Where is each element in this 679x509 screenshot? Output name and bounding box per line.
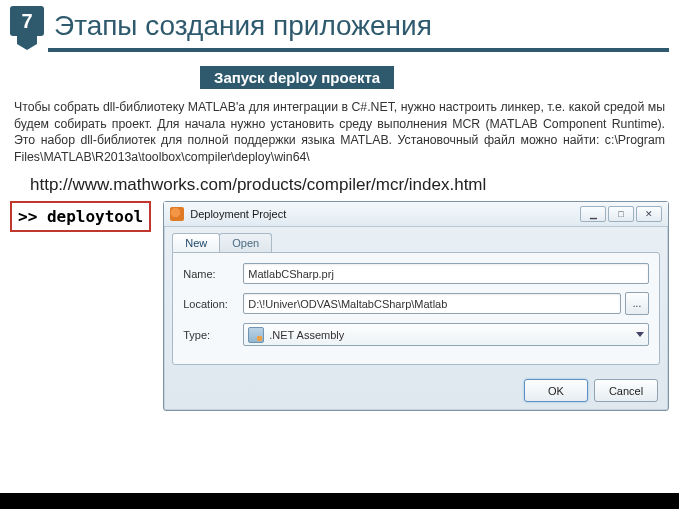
location-input[interactable]: D:\!Univer\ODVAS\MaltabCSharp\Matlab <box>243 293 621 314</box>
cancel-button[interactable]: Cancel <box>594 379 658 402</box>
tab-strip: New Open <box>164 227 668 252</box>
new-project-form: Name: MatlabCSharp.prj Location: D:\!Uni… <box>172 252 660 365</box>
window-title: Deployment Project <box>190 208 580 220</box>
slide-number-badge: 7 <box>10 6 44 46</box>
minimize-button[interactable]: ▁ <box>580 206 606 222</box>
dialog-button-bar: OK Cancel <box>164 373 668 410</box>
matlab-icon <box>170 207 184 221</box>
type-select[interactable]: .NET Assembly <box>243 323 649 346</box>
chevron-down-icon <box>636 332 644 337</box>
assembly-icon <box>248 327 264 343</box>
maximize-icon: □ <box>618 209 623 219</box>
close-icon: ✕ <box>645 209 653 219</box>
section-subheader: Запуск deploy проекта <box>200 66 394 89</box>
footer-bar <box>0 493 679 509</box>
command-text: deploytool <box>47 207 143 226</box>
type-value: .NET Assembly <box>269 329 344 341</box>
ok-label: OK <box>548 385 564 397</box>
tab-open[interactable]: Open <box>219 233 272 252</box>
matlab-command-box: >> deploytool <box>10 201 151 232</box>
location-label: Location: <box>183 298 243 310</box>
title-rule <box>48 48 669 52</box>
cancel-label: Cancel <box>609 385 643 397</box>
prompt: >> <box>18 207 47 226</box>
name-value: MatlabCSharp.prj <box>248 268 334 280</box>
mcr-url: http://www.mathworks.com/products/compil… <box>30 175 659 195</box>
maximize-button[interactable]: □ <box>608 206 634 222</box>
page-title: Этапы создания приложения <box>54 10 432 42</box>
type-label: Type: <box>183 329 243 341</box>
minimize-icon: ▁ <box>590 209 597 219</box>
deployment-project-window: Deployment Project ▁ □ ✕ New Open Name: … <box>163 201 669 411</box>
name-input[interactable]: MatlabCSharp.prj <box>243 263 649 284</box>
ok-button[interactable]: OK <box>524 379 588 402</box>
ellipsis-icon: ... <box>633 298 641 309</box>
name-label: Name: <box>183 268 243 280</box>
body-paragraph: Чтобы собрать dll-библиотеку MATLAB'а дл… <box>14 99 665 165</box>
browse-button[interactable]: ... <box>625 292 649 315</box>
slide-number: 7 <box>21 10 32 33</box>
location-value: D:\!Univer\ODVAS\MaltabCSharp\Matlab <box>248 298 447 310</box>
window-titlebar: Deployment Project ▁ □ ✕ <box>164 202 668 227</box>
tab-new[interactable]: New <box>172 233 220 252</box>
close-button[interactable]: ✕ <box>636 206 662 222</box>
